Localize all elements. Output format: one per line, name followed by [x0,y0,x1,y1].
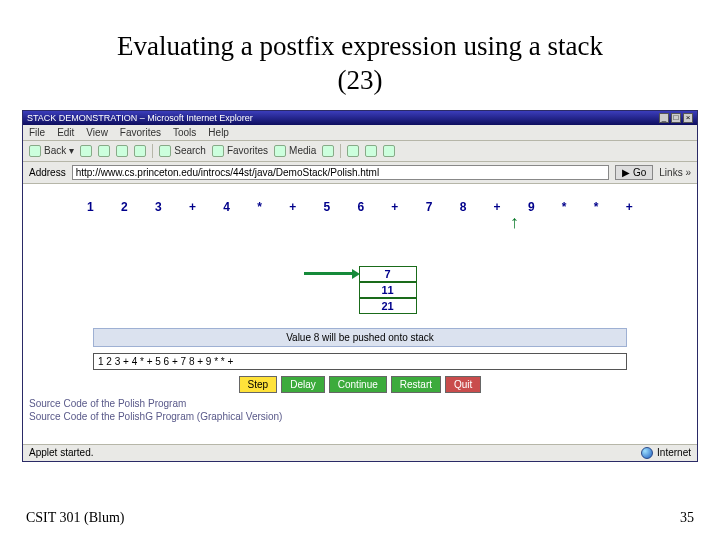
zone-label: Internet [657,447,691,458]
favorites-icon [212,145,224,157]
addressbar: Address ▶ Go Links » [23,162,697,184]
stack-cell: 21 [359,298,417,314]
title-line-2: (23) [0,64,720,98]
token: + [494,200,501,214]
expression-input[interactable] [93,353,627,370]
content-area: 1 2 3 + 4 * + 5 6 + 7 8 + 9 * * + ↑ [23,184,697,444]
back-button[interactable]: Back ▾ [29,145,74,157]
stack: 7 11 21 [359,266,417,314]
menu-favorites[interactable]: Favorites [120,127,161,138]
status-message: Value 8 will be pushed onto stack [93,328,627,347]
footer-right: 35 [680,510,694,526]
media-label: Media [289,145,316,156]
source-links: Source Code of the Polish Program Source… [23,393,697,423]
history-icon[interactable] [322,145,334,157]
slide-title: Evaluating a postfix expression using a … [0,0,720,98]
token: + [391,200,398,214]
applet-buttons: Step Delay Continue Restart Quit [23,376,697,393]
token-bar: 1 2 3 + 4 * + 5 6 + 7 8 + 9 * * + [87,192,633,216]
token: + [189,200,196,214]
address-label: Address [29,167,66,178]
current-token-arrow-icon: ↑ [510,212,519,233]
applet: 1 2 3 + 4 * + 5 6 + 7 8 + 9 * * + ↑ [23,184,697,423]
continue-button[interactable]: Continue [329,376,387,393]
status-left: Applet started. [29,447,93,458]
back-icon [29,145,41,157]
menu-tools[interactable]: Tools [173,127,196,138]
forward-icon[interactable] [80,145,92,157]
search-icon [159,145,171,157]
restart-button[interactable]: Restart [391,376,441,393]
refresh-icon[interactable] [116,145,128,157]
go-button[interactable]: ▶ Go [615,165,653,180]
titlebar: STACK DEMONSTRATION – Microsoft Internet… [23,111,697,125]
favorites-label: Favorites [227,145,268,156]
links-label[interactable]: Links » [659,167,691,178]
statusbar: Applet started. Internet [23,444,697,461]
maximize-button[interactable]: □ [671,113,681,123]
stack-cell: 11 [359,282,417,298]
source-link-1[interactable]: Source Code of the Polish Program [29,397,691,410]
delay-button[interactable]: Delay [281,376,325,393]
token: 7 [426,200,433,214]
status-right: Internet [641,447,691,459]
expression-input-row [93,353,627,370]
window-title: STACK DEMONSTRATION – Microsoft Internet… [27,113,253,123]
menu-edit[interactable]: Edit [57,127,74,138]
title-line-1: Evaluating a postfix expression using a … [0,30,720,64]
token: 1 [87,200,94,214]
toolbar: Back ▾ Search Favorites Media [23,141,697,162]
home-icon[interactable] [134,145,146,157]
stack-cell: 7 [359,266,417,282]
media-button[interactable]: Media [274,145,316,157]
menu-view[interactable]: View [86,127,108,138]
source-link-2[interactable]: Source Code of the PolishG Program (Grap… [29,410,691,423]
globe-icon [641,447,653,459]
minimize-button[interactable]: _ [659,113,669,123]
favorites-button[interactable]: Favorites [212,145,268,157]
search-label: Search [174,145,206,156]
token: + [289,200,296,214]
token: + [626,200,633,214]
print-icon[interactable] [365,145,377,157]
media-icon [274,145,286,157]
go-label: Go [633,167,646,178]
stack-zone: 7 11 21 [23,266,697,314]
quit-button[interactable]: Quit [445,376,481,393]
token: 8 [460,200,467,214]
back-label: Back [44,145,66,156]
browser-window: STACK DEMONSTRATION – Microsoft Internet… [22,110,698,462]
menubar: File Edit View Favorites Tools Help [23,125,697,141]
token: * [562,200,567,214]
menu-help[interactable]: Help [208,127,229,138]
token: 4 [223,200,230,214]
token: * [257,200,262,214]
footer-left: CSIT 301 (Blum) [26,510,125,526]
slide-footer: CSIT 301 (Blum) 35 [0,510,720,526]
step-button[interactable]: Step [239,376,278,393]
stop-icon[interactable] [98,145,110,157]
address-input[interactable] [72,165,610,180]
push-arrow-icon [304,272,354,275]
token: 3 [155,200,162,214]
edit-icon[interactable] [383,145,395,157]
close-button[interactable]: × [683,113,693,123]
token: 6 [357,200,364,214]
search-button[interactable]: Search [159,145,206,157]
token: 5 [323,200,330,214]
token: * [594,200,599,214]
token: 9 [528,200,535,214]
menu-file[interactable]: File [29,127,45,138]
token: 2 [121,200,128,214]
mail-icon[interactable] [347,145,359,157]
